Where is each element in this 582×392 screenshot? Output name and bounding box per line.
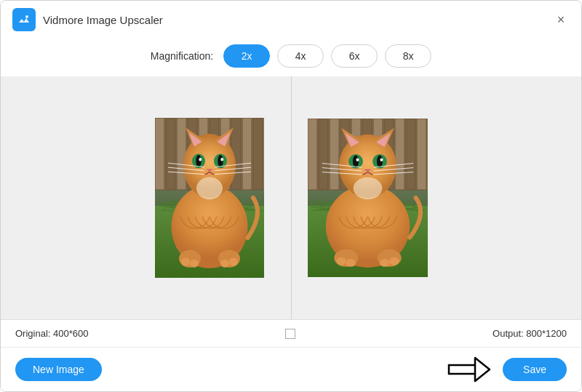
output-cat-image xyxy=(308,119,428,277)
app-title: Vidmore Image Upscaler xyxy=(43,14,163,26)
mag-6x-button[interactable]: 6x xyxy=(331,44,378,68)
close-button[interactable]: × xyxy=(552,11,570,28)
output-image-panel xyxy=(308,119,428,277)
magnification-label: Magnification: xyxy=(151,50,213,62)
title-bar: Vidmore Image Upscaler × xyxy=(1,1,581,39)
bottom-right: Save xyxy=(447,355,567,384)
mag-4x-button[interactable]: 4x xyxy=(277,44,324,68)
svg-rect-1 xyxy=(449,365,477,374)
mag-2x-button[interactable]: 2x xyxy=(223,44,270,68)
divider xyxy=(291,76,292,319)
title-left: Vidmore Image Upscaler xyxy=(12,8,163,31)
svg-marker-2 xyxy=(475,358,490,381)
arrow-right-icon xyxy=(447,355,491,384)
output-size-label: Output: 800*1200 xyxy=(493,328,567,339)
app-icon xyxy=(12,8,36,31)
mag-8x-button[interactable]: 8x xyxy=(385,44,431,68)
original-size-label: Original: 400*600 xyxy=(15,328,88,339)
original-image-panel xyxy=(155,118,264,278)
save-button[interactable]: Save xyxy=(503,358,567,381)
app-window: Vidmore Image Upscaler × Magnification: … xyxy=(0,0,582,392)
bottom-bar: New Image Save xyxy=(1,347,581,391)
new-image-button[interactable]: New Image xyxy=(15,358,102,381)
main-image-area xyxy=(1,76,581,319)
svg-point-0 xyxy=(25,15,28,18)
magnification-bar: Magnification: 2x 4x 6x 8x xyxy=(1,39,581,76)
info-bar: Original: 400*600 Output: 800*1200 xyxy=(1,319,581,347)
compare-checkbox[interactable] xyxy=(285,329,295,339)
original-cat-image xyxy=(155,118,264,278)
